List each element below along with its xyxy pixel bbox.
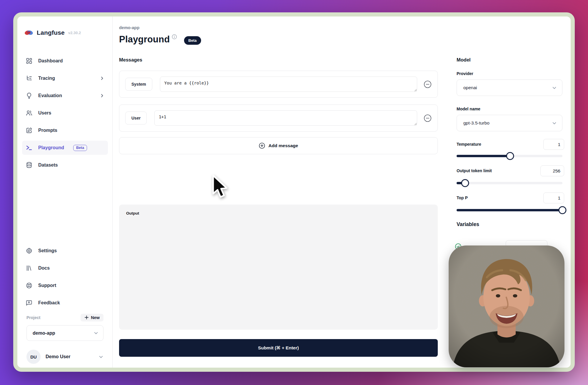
sidebar-item-settings[interactable]: Settings bbox=[22, 244, 108, 258]
output-label: Output bbox=[126, 211, 139, 215]
sidebar-nav: Dashboard Tracing Evaluation Users bbox=[22, 54, 108, 172]
message-content-input[interactable]: You are a {{role}} bbox=[160, 77, 417, 92]
avatar: DU bbox=[26, 350, 41, 364]
new-project-label: New bbox=[91, 315, 100, 320]
page-beta-badge: Beta bbox=[184, 36, 201, 45]
message-role-button[interactable]: System bbox=[125, 78, 152, 91]
sidebar-item-users[interactable]: Users bbox=[22, 106, 108, 120]
sidebar-item-datasets[interactable]: Datasets bbox=[22, 158, 108, 172]
model-name-select[interactable]: gpt-3.5-turbo bbox=[457, 115, 562, 131]
slider-rail bbox=[457, 209, 562, 211]
sidebar-item-docs[interactable]: Docs bbox=[22, 261, 108, 275]
project-select[interactable]: demo-app bbox=[26, 325, 103, 341]
tracing-icon bbox=[26, 75, 33, 82]
message-content-input[interactable]: 1+1 bbox=[154, 110, 417, 126]
messages-heading: Messages bbox=[119, 57, 142, 63]
model-name-label: Model name bbox=[457, 107, 480, 111]
model-heading: Model bbox=[457, 57, 471, 63]
remove-message-button[interactable] bbox=[424, 114, 432, 122]
output-token-limit-value-input[interactable]: 256 bbox=[540, 165, 564, 176]
sidebar-item-label: Playground bbox=[38, 145, 64, 150]
lifebuoy-icon bbox=[26, 282, 33, 289]
top-p-slider[interactable] bbox=[457, 206, 562, 214]
model-name-value: gpt-3.5-turbo bbox=[463, 120, 490, 126]
sidebar-item-label: Support bbox=[38, 283, 56, 288]
submit-button[interactable]: Submit (⌘ + Enter) bbox=[119, 339, 438, 357]
message-row: System You are a {{role}} bbox=[119, 71, 438, 98]
sidebar-item-label: Prompts bbox=[38, 128, 57, 133]
sidebar-item-label: Datasets bbox=[38, 162, 58, 168]
temperature-slider[interactable] bbox=[457, 152, 562, 160]
sidebar-footer-nav: Settings Docs Support Feedback bbox=[22, 244, 108, 310]
sidebar-item-label: Tracing bbox=[38, 76, 55, 81]
sidebar-item-prompts[interactable]: Prompts bbox=[22, 123, 108, 137]
webcam-person bbox=[449, 245, 564, 367]
sidebar: Langfuse v2.30.2 Dashboard Tracing Evalu… bbox=[17, 16, 113, 368]
sidebar-item-support[interactable]: Support bbox=[22, 278, 108, 293]
variables-heading: Variables bbox=[457, 221, 479, 228]
brand-logo-row[interactable]: Langfuse v2.30.2 bbox=[24, 29, 81, 36]
brand-name: Langfuse bbox=[37, 29, 65, 36]
sidebar-item-label: Docs bbox=[38, 265, 50, 271]
slider-rail bbox=[457, 155, 562, 157]
sidebar-item-label: Users bbox=[38, 110, 51, 116]
user-menu[interactable]: DU Demo User bbox=[26, 349, 103, 364]
sidebar-item-playground[interactable]: Playground Beta bbox=[22, 141, 108, 155]
lightbulb-icon bbox=[26, 92, 33, 99]
slider-thumb[interactable] bbox=[506, 152, 514, 160]
project-label: Project bbox=[26, 315, 40, 320]
chevron-down-icon bbox=[552, 121, 557, 126]
new-project-button[interactable]: New bbox=[81, 314, 103, 321]
slider-thumb[interactable] bbox=[559, 206, 567, 214]
gear-icon bbox=[26, 247, 33, 254]
library-icon bbox=[26, 265, 33, 272]
add-message-button[interactable]: Add message bbox=[119, 137, 438, 154]
users-icon bbox=[26, 109, 33, 117]
add-message-label: Add message bbox=[268, 143, 298, 148]
playground-beta-badge: Beta bbox=[73, 145, 87, 151]
minus-circle-icon bbox=[424, 80, 432, 88]
top-p-label: Top P bbox=[457, 195, 468, 200]
temperature-value-input[interactable]: 1 bbox=[543, 139, 564, 150]
output-token-limit-slider[interactable] bbox=[457, 179, 562, 187]
top-p-value-input[interactable]: 1 bbox=[543, 192, 564, 203]
slider-thumb[interactable] bbox=[461, 179, 469, 187]
plus-circle-icon bbox=[259, 142, 265, 149]
plus-icon bbox=[84, 315, 89, 320]
app-version: v2.30.2 bbox=[68, 31, 81, 35]
sidebar-item-label: Dashboard bbox=[38, 58, 63, 64]
slider-rail bbox=[457, 182, 562, 184]
sidebar-item-label: Evaluation bbox=[38, 93, 62, 98]
sidebar-item-label: Settings bbox=[38, 248, 57, 253]
output-token-limit-label: Output token limit bbox=[457, 168, 492, 173]
output-panel: Output bbox=[119, 205, 438, 330]
minus-circle-icon bbox=[424, 114, 432, 122]
remove-message-button[interactable] bbox=[424, 80, 432, 88]
sidebar-item-dashboard[interactable]: Dashboard bbox=[22, 54, 108, 68]
dashboard-icon bbox=[26, 57, 33, 64]
info-icon[interactable] bbox=[172, 34, 177, 39]
message-role-button[interactable]: User bbox=[125, 112, 147, 125]
sidebar-item-feedback[interactable]: Feedback bbox=[22, 296, 108, 310]
sidebar-item-tracing[interactable]: Tracing bbox=[22, 71, 108, 85]
project-row: Project New bbox=[26, 313, 103, 322]
provider-select[interactable]: openai bbox=[457, 79, 562, 96]
chevron-down-icon bbox=[93, 331, 98, 336]
chevron-right-icon bbox=[100, 93, 104, 98]
page-title: Playground bbox=[119, 34, 170, 45]
pencil-square-icon bbox=[26, 127, 33, 134]
page-title-row: Playground Beta bbox=[119, 34, 201, 45]
chevron-down-icon bbox=[552, 85, 557, 90]
avatar-initials: DU bbox=[30, 354, 37, 359]
mouse-cursor bbox=[210, 174, 233, 201]
provider-label: Provider bbox=[457, 71, 473, 76]
sidebar-item-evaluation[interactable]: Evaluation bbox=[22, 89, 108, 103]
user-name: Demo User bbox=[46, 354, 70, 359]
temperature-label: Temperature bbox=[457, 142, 481, 147]
database-icon bbox=[26, 162, 33, 169]
slider-fill bbox=[457, 155, 510, 157]
langfuse-logo-icon bbox=[24, 29, 33, 36]
chevron-down-icon bbox=[98, 354, 103, 359]
message-row: User 1+1 bbox=[119, 104, 438, 132]
breadcrumb[interactable]: demo-app bbox=[119, 25, 139, 30]
